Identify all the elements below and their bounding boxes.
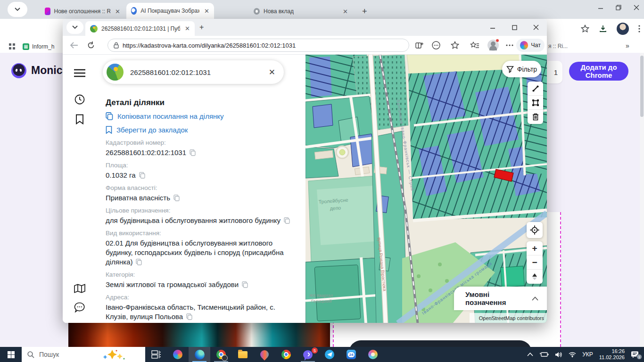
copilot-chat-button[interactable]: Чат [516,39,545,52]
map-attribution[interactable]: OpenStreetMap contributors [470,313,547,323]
split-screen-icon[interactable] [413,40,425,51]
map-layers-button[interactable] [72,280,88,296]
measure-area-button[interactable] [528,96,543,110]
language-indicator[interactable]: УКР [582,351,593,358]
save-to-bookmarks[interactable]: Зберегти до закладок [106,124,293,135]
chevron-up-icon [532,296,538,301]
chrome-new-tab-button[interactable]: + [357,4,369,19]
close-icon[interactable]: ✕ [185,25,190,32]
zoom-in-button[interactable]: + [527,241,543,255]
chrome-tab-ai-enhancer[interactable]: AI Покращувач Зображень: По ✕ [126,3,214,19]
scrollbar-thumb[interactable] [640,56,644,117]
taskbar-chrome[interactable] [275,347,297,362]
bookmarks-overflow-chevron[interactable]: » [626,42,629,49]
favorite-star-icon[interactable] [449,40,461,51]
legend-panel[interactable]: Умовні позначення [454,287,547,310]
copy-icon[interactable] [242,281,248,288]
copy-icon[interactable] [186,313,192,320]
volume-icon[interactable] [555,352,562,358]
wifi-icon[interactable] [569,352,576,357]
taskbar-copilot[interactable] [167,347,189,362]
profile-avatar[interactable] [617,23,629,35]
copy-icon[interactable] [173,195,180,201]
battery-icon[interactable] [539,352,549,357]
task-view-icon [151,350,161,359]
chrome-tab-new[interactable]: Нова вкладка ✕ [249,4,353,19]
taskbar-telegram[interactable] [319,347,340,362]
tray-chevron-up-icon[interactable] [527,353,533,356]
copy-icon[interactable] [284,217,290,224]
taskbar-chrome-profile[interactable] [210,347,232,362]
menu-button[interactable] [72,65,88,81]
close-icon[interactable]: ✕ [343,8,348,15]
measure-distance-button[interactable] [528,82,543,96]
taskbar-viber[interactable]: 5 [297,347,319,362]
bookmark-label[interactable]: Inform_h [32,43,54,50]
kebab-menu-icon[interactable] [638,25,640,33]
chrome-tab-search-button[interactable] [8,2,27,17]
taskbar-explorer[interactable] [232,347,254,362]
zoom-out-button[interactable]: − [527,255,543,270]
download-icon[interactable] [599,25,607,33]
copy-parcel-link[interactable]: Копіювати посилання на ділянку [106,111,293,121]
taskbar-paint-app[interactable] [362,347,384,362]
cadastral-search-box[interactable]: 2625881601:02:012:1031 ✕ [103,60,284,84]
address-bar[interactable]: https://kadastrova-karta.com/dilyanka/26… [107,39,409,52]
edge-active-tab[interactable]: 2625881601:02:012:1031 | Публіч ✕ [85,21,195,36]
restore-icon[interactable] [616,5,621,10]
taskbar-firefox-drop[interactable] [254,347,275,362]
field-label: Площа: [106,162,293,170]
back-button[interactable] [68,40,80,51]
copy-icon[interactable] [136,259,142,265]
clear-search-icon[interactable]: ✕ [269,67,275,77]
taskbar-privat24[interactable]: 24 [340,347,362,362]
start-button[interactable] [0,347,22,362]
bookmark-star-icon[interactable] [581,25,589,33]
profile-avatar[interactable] [487,40,499,51]
task-view-button[interactable] [145,347,167,362]
bookmark-label-right[interactable]: я :: Ri... [548,43,568,49]
edge-tab-search-button[interactable] [66,21,83,34]
filter-button[interactable]: Фільтр [502,61,541,77]
tray-clock[interactable]: 16:26 11.02.2026 [599,348,625,361]
cadastral-map[interactable]: Тролейбусне депо ЖК Квартал Галицький ву… [305,55,547,323]
settings-menu-icon[interactable] [504,40,515,51]
copy-icon [106,112,113,120]
taskbar-edge[interactable] [189,347,210,362]
field-label: Цільове призначення: [106,207,293,215]
copy-icon[interactable] [139,172,145,179]
clear-measure-button[interactable] [528,110,543,124]
minimize-icon[interactable] [598,5,603,10]
compass-button[interactable] [527,270,543,284]
locate-me-button[interactable] [527,222,543,238]
zoom-controls: + − [527,241,543,284]
favorites-list-icon[interactable] [469,40,480,51]
maximize-button[interactable] [504,19,525,36]
cadastral-map-canvas[interactable]: Тролейбусне депо ЖК Квартал Галицький ву… [305,55,547,323]
search-value[interactable]: 2625881601:02:012:1031 [130,68,262,76]
apps-grid-icon[interactable] [8,43,16,50]
legend-label: Умовні позначення [465,290,532,306]
partial-input[interactable]: 1 [545,61,562,83]
close-icon[interactable] [634,5,639,10]
close-button[interactable] [525,19,547,36]
feedback-button[interactable] [72,299,88,315]
map-label-residential-1: ЖК Квартал [309,293,333,298]
close-icon[interactable]: ✕ [115,8,120,15]
close-icon[interactable]: ✕ [204,8,209,15]
funnel-icon [506,66,514,73]
taskbar-search[interactable]: Пошук [22,347,145,362]
page-scrollbar[interactable] [640,53,644,362]
notification-center-button[interactable]: 1 [631,351,639,358]
chrome-tab-rieltor[interactable]: Нове оголошення :: Rieltor від ✕ [40,4,125,19]
reload-button[interactable] [85,40,97,51]
minimize-button[interactable] [482,19,504,36]
add-to-chrome-button[interactable]: Додати до Chrome [569,62,628,81]
copilot-icon [520,41,528,49]
copy-icon[interactable] [190,149,196,156]
bookmarks-button[interactable] [72,111,88,127]
history-button[interactable] [72,91,88,107]
edge-new-tab-button[interactable]: + [199,23,204,32]
edge-window: 2625881601:02:012:1031 | Публіч ✕ + http… [63,19,547,323]
extensions-icon[interactable] [430,40,442,51]
